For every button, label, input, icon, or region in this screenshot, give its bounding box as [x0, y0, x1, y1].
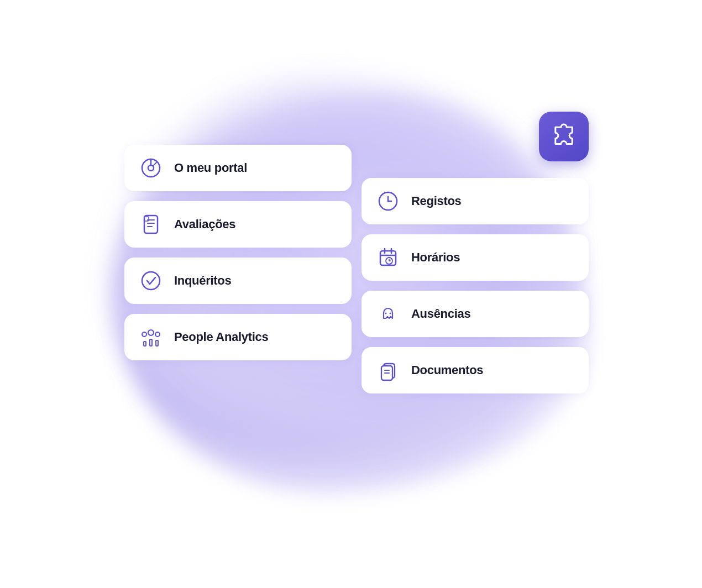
svg-point-10: [148, 330, 154, 335]
menu-card-registos[interactable]: Registos: [362, 178, 589, 224]
horarios-label: Horários: [411, 250, 460, 265]
inqueritos-icon: [140, 270, 162, 292]
registos-label: Registos: [411, 194, 462, 208]
people-analytics-label: People Analytics: [174, 330, 268, 344]
avaliacoes-icon: [140, 213, 162, 235]
menu-grid: O meu portal Avaliações Inq: [124, 145, 589, 393]
registos-icon: [377, 190, 399, 212]
svg-rect-15: [156, 340, 158, 346]
svg-point-9: [142, 272, 160, 290]
svg-line-3: [153, 162, 157, 166]
svg-point-12: [155, 332, 160, 337]
documentos-icon: [377, 359, 399, 381]
ausencias-label: Ausências: [411, 307, 470, 321]
menu-card-inqueritos[interactable]: Inquéritos: [124, 258, 352, 304]
svg-point-11: [142, 332, 146, 337]
menu-card-people-analytics[interactable]: People Analytics: [124, 314, 352, 360]
avaliacoes-label: Avaliações: [174, 217, 235, 232]
menu-card-avaliacoes[interactable]: Avaliações: [124, 201, 352, 248]
svg-rect-14: [150, 339, 152, 346]
documentos-label: Documentos: [411, 363, 483, 377]
svg-rect-4: [144, 216, 158, 233]
right-column: Registos Horários: [362, 178, 589, 393]
svg-point-22: [385, 313, 387, 314]
scene: O meu portal Avaliações Inq: [102, 78, 600, 510]
people-analytics-icon: [140, 326, 162, 348]
portal-label: O meu portal: [174, 161, 247, 175]
menu-card-ausencias[interactable]: Ausências: [362, 291, 589, 337]
portal-icon: [140, 157, 162, 179]
integrations-button[interactable]: [539, 112, 589, 161]
menu-card-horarios[interactable]: Horários: [362, 234, 589, 281]
menu-card-portal[interactable]: O meu portal: [124, 145, 352, 191]
svg-rect-13: [144, 342, 146, 346]
inqueritos-label: Inquéritos: [174, 274, 231, 288]
menu-card-documentos[interactable]: Documentos: [362, 347, 589, 393]
svg-point-23: [390, 313, 391, 314]
ausencias-icon: [377, 303, 399, 325]
left-column: O meu portal Avaliações Inq: [124, 145, 352, 393]
puzzle-icon: [549, 122, 579, 151]
horarios-icon: [377, 246, 399, 269]
